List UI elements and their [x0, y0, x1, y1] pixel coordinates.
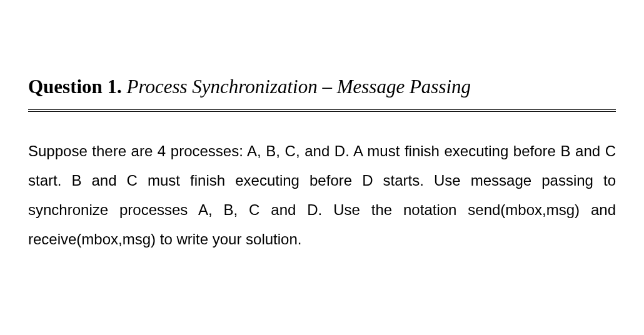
- question-heading-container: Question 1. Process Synchronization – Me…: [28, 75, 616, 112]
- question-title: Process Synchronization – Message Passin…: [127, 76, 471, 98]
- question-body: Suppose there are 4 processes: A, B, C, …: [28, 137, 616, 254]
- question-heading: Question 1. Process Synchronization – Me…: [28, 75, 616, 98]
- question-label: Question 1.: [28, 76, 122, 98]
